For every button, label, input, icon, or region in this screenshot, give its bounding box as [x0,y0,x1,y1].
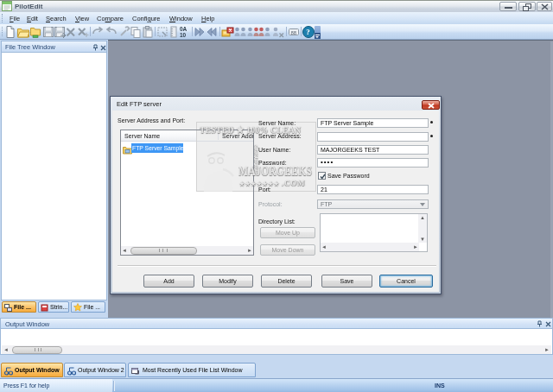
svg-text:0A: 0A [180,26,188,32]
svg-text:10: 10 [180,32,187,38]
svg-text:88: 88 [290,30,296,35]
svg-text:?: ? [306,28,310,36]
